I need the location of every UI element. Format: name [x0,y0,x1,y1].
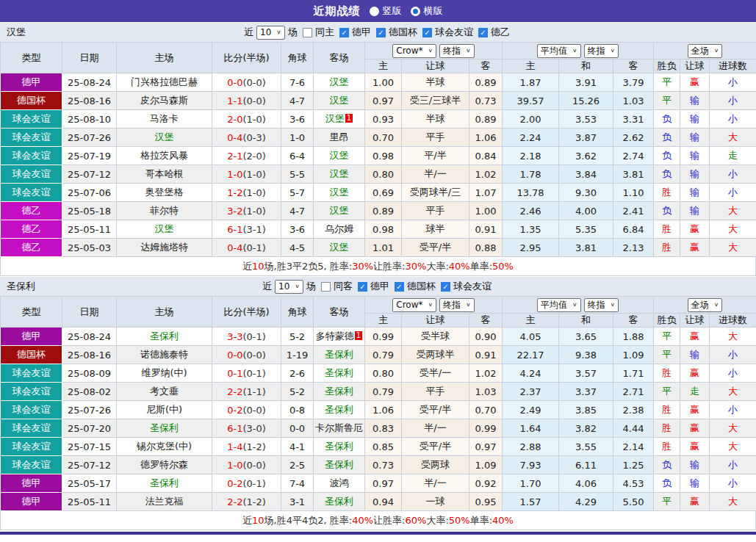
home-team-name[interactable]: 汉堡 [155,131,174,142]
average-stage-select[interactable]: 终指∨ [584,298,619,312]
radio-icon[interactable] [370,7,379,16]
league-checkbox-2[interactable]: ✓ [441,282,450,292]
halftime-score: (3-0) [242,423,265,434]
result-handicap: 输 [680,92,710,110]
home-team-name: 德罗特尔森 [140,459,188,470]
away-team-name[interactable]: 汉堡 [330,76,349,87]
avg-home: 1.78 [503,165,559,184]
average-select[interactable]: 平均值∨ [537,298,581,312]
odds-away: 1.00 [469,202,503,220]
chevron-down-icon: ∨ [714,48,719,54]
layout-radio-vertical[interactable]: 竖版 [370,4,402,18]
sub-header-odds: 让球 [402,314,469,328]
radio-checked-icon[interactable] [411,7,420,16]
away-team-name[interactable]: 汉堡 [330,242,349,253]
home-team-name[interactable]: 圣保利 [150,422,179,433]
away-team-name[interactable]: 汉堡 [330,205,349,216]
league-checkbox-label: 德甲 [370,280,389,293]
league-checkbox-0[interactable]: ✓ [339,28,349,37]
page-title: 近期战绩 [314,4,361,18]
chevron-down-icon: ∨ [428,48,433,54]
league-checkbox-label: 德国杯 [389,26,417,39]
odds-stage-select[interactable]: 终指∨ [439,298,475,312]
match-type-badge: 德乙 [1,202,62,220]
result-winloss: 平 [654,73,680,92]
fulltime-select-value: 全场 [691,45,709,57]
league-checkbox-2[interactable]: ✓ [422,28,432,37]
away-team-name[interactable]: 圣保利 [325,459,353,470]
league-checkbox-1[interactable]: ✓ [395,282,404,292]
average-select[interactable]: 平均值∨ [537,44,581,58]
fulltime-select[interactable]: 全场∨ [688,44,723,58]
away-team-name[interactable]: 圣保利 [325,496,353,507]
away-team-name[interactable]: 圣保利 [325,404,353,415]
home-team-name[interactable]: 圣保利 [150,477,179,488]
away-team-name[interactable]: 圣保利 [325,441,353,452]
match-date: 25-07-26 [62,401,117,419]
home-team-name: 诺德施泰特 [140,349,188,360]
away-team-name[interactable]: 汉堡 [330,187,349,198]
result-winloss: 平 [654,92,680,110]
odds-home: 0.93 [365,110,402,129]
away-team-cell: 里昂 [314,129,365,147]
odds-away: 1.06 [469,129,503,147]
result-winloss: 胜 [654,401,680,419]
sub-header-average: 客 [613,314,654,328]
home-team-name: 皮尔马森斯 [140,95,188,106]
team-section: 圣保利近10∨场同客✓德甲✓德国杯✓球会友谊类型日期主场比分(半场)角球客场Cr… [0,276,756,530]
away-team-name[interactable]: 汉堡 [330,168,349,179]
avg-draw: 5.35 [559,220,613,239]
away-team-name[interactable]: 圣保利 [325,367,353,378]
odds-company-select[interactable]: Crow*∨ [392,44,436,58]
corner-count: 2-6 [281,364,314,383]
home-team-name: 奥登堡格 [145,187,184,198]
odds-company-select[interactable]: Crow*∨ [392,298,436,312]
match-count-select[interactable]: 10∨ [275,280,303,294]
halftime-score: (0-0) [242,460,265,471]
home-team-cell: 圣保利 [117,328,212,346]
avg-away: 6.84 [613,220,654,239]
away-team-name[interactable]: 汉堡 [330,95,349,106]
avg-home: 1.87 [503,73,559,92]
fulltime-score: 6-1 [227,224,242,235]
away-team-name[interactable]: 汉堡 [330,150,349,161]
away-team-name[interactable]: 圣保利 [325,349,353,360]
home-team-name[interactable]: 汉堡 [155,223,174,234]
avg-away: 2.41 [613,202,654,220]
score-cell: 0-2(0-1) [212,474,281,493]
same-venue-checkbox[interactable] [321,282,331,292]
fulltime-score: 1-1 [227,95,242,106]
average-stage-select[interactable]: 终指∨ [584,44,619,58]
away-team-name[interactable]: 汉堡 [325,113,345,124]
match-count-select[interactable]: 10∨ [256,26,285,40]
away-team-name[interactable]: 圣保利 [325,386,353,397]
handicap-line: 平手 [402,383,469,401]
avg-draw: 4.06 [559,474,613,493]
fulltime-select[interactable]: 全场∨ [688,298,723,312]
fulltime-score: 0-2 [227,405,242,416]
average-select-value: 平均值 [541,299,567,311]
league-checkbox-0[interactable]: ✓ [358,282,367,292]
chevron-down-icon: ∨ [276,29,281,35]
score-cell: 2-0(1-0) [212,110,281,129]
same-venue-checkbox[interactable] [303,28,312,37]
away-team-cell: 圣保利 [314,364,365,383]
handicap-line: 平/半 [402,147,469,165]
layout-radio-horizontal[interactable]: 横版 [411,4,443,18]
league-checkbox-3[interactable]: ✓ [478,28,488,37]
avg-away: 1.88 [613,328,654,346]
home-team-cell: 马洛卡 [117,110,212,129]
match-row: 球会友谊25-07-12德罗特尔森1-0(0-0)2-5圣保利0.73受两球1.… [1,456,756,474]
score-cell: 2-2(1-1) [212,383,281,401]
home-team-cell: 奥登堡格 [117,184,212,202]
corner-count: 7-6 [281,73,314,92]
handicap-line: 半/一 [402,419,469,438]
home-team-name[interactable]: 圣保利 [150,330,179,342]
league-checkbox-1[interactable]: ✓ [376,28,386,37]
result-handicap: 赢 [680,73,710,92]
handicap-line: 受两球半 [402,346,469,364]
odds-stage-select[interactable]: 终指∨ [439,44,475,58]
summary-segment: 60% [405,515,426,526]
home-team-cell: 法兰克福 [117,493,212,511]
match-count-select-value: 10 [260,27,271,37]
